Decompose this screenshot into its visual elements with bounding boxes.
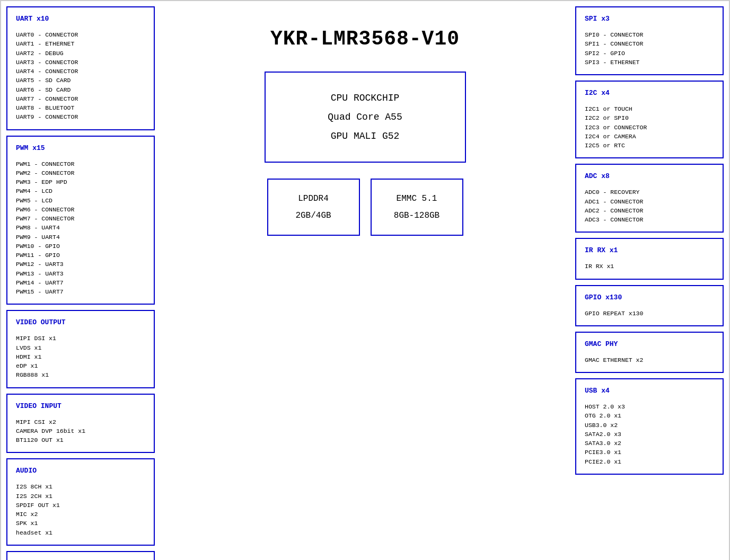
cpu-line: GPU MALI G52 [276, 127, 454, 146]
center-column: YKR-LMR3568-V10 CPU ROCKCHIPQuad Core A5… [160, 6, 570, 560]
list-item: PWM5 - LCD [16, 196, 145, 205]
list-item: SPI2 - GPIO [585, 49, 714, 58]
adc-content: ADC0 - RECOVERYADC1 - CONNECTORADC2 - CO… [582, 185, 717, 226]
memory-row: LPDDR4 2GB/4GB EMMC 5.1 8GB-128GB [267, 179, 463, 236]
list-item: PCIE3.0 x1 [585, 448, 714, 457]
list-item: SATA3.0 x2 [585, 439, 714, 448]
i2c-box: I2C x4 I2C1 or TOUCHI2C2 or SPI0I2C3 or … [575, 81, 724, 158]
list-item: PWM15 - UART7 [16, 287, 145, 296]
list-item: PCIE2.0 x1 [585, 457, 714, 466]
right-column: SPI x3 SPI0 - CONNECTORSPI1 - CONNECTORS… [575, 6, 724, 560]
list-item: PWM10 - GPIO [16, 242, 145, 251]
list-item: OTG 2.0 x1 [585, 411, 714, 420]
video-output-box: VIDEO OUTPUT MIPI DSI x1LVDS x1HDMI x1eD… [6, 310, 155, 388]
spi-content: SPI0 - CONNECTORSPI1 - CONNECTORSPI2 - G… [582, 28, 717, 69]
list-item: PWM2 - CONNECTOR [16, 168, 145, 177]
list-item: UART1 - ETHERNET [16, 39, 145, 48]
pwm-title: PWM x15 [13, 142, 148, 154]
list-item: PWM7 - CONNECTOR [16, 214, 145, 223]
list-item: HDMI x1 [16, 352, 145, 361]
list-item: eDP x1 [16, 361, 145, 370]
list-item: I2C5 or RTC [585, 141, 714, 150]
cpu-content: CPU ROCKCHIPQuad Core A55GPU MALI G52 [276, 88, 454, 146]
emmc-size: 8GB-128GB [380, 207, 454, 224]
spi-title: SPI x3 [582, 13, 717, 25]
gmac-box: GMAC PHY GMAC ETHERNET x2 [575, 332, 724, 373]
emmc-box: EMMC 5.1 8GB-128GB [371, 179, 463, 236]
ir-rx-box: IR RX x1 IR RX x1 [575, 238, 724, 279]
list-item: SPI0 - CONNECTOR [585, 30, 714, 39]
board-title: YKR-LMR3568-V10 [270, 28, 460, 50]
ir-rx-content: IR RX x1 [582, 260, 717, 273]
list-item: I2C4 or CAMERA [585, 132, 714, 141]
uart-title: UART x10 [13, 13, 148, 25]
left-column: UART x10 UART0 - CONNECTORUART1 - ETHERN… [6, 6, 155, 560]
list-item: UART6 - SD CARD [16, 85, 145, 94]
list-item: UART5 - SD CARD [16, 76, 145, 85]
lpddr4-box: LPDDR4 2GB/4GB [267, 179, 360, 236]
spi-box: SPI x3 SPI0 - CONNECTORSPI1 - CONNECTORS… [575, 6, 724, 75]
pwm-box: PWM x15 PWM1 - CONNECTORPWM2 - CONNECTOR… [6, 136, 155, 305]
usb-box: USB x4 HOST 2.0 x3OTG 2.0 x1USB3.0 x2SAT… [575, 378, 724, 475]
cpu-line: Quad Core A55 [276, 108, 454, 127]
list-item: USB3.0 x2 [585, 421, 714, 430]
list-item: I2C1 or TOUCH [585, 104, 714, 113]
list-item: LVDS x1 [16, 343, 145, 352]
list-item: ADC1 - CONNECTOR [585, 197, 714, 206]
usb-title: USB x4 [582, 385, 717, 397]
list-item: SPDIF OUT x1 [16, 501, 145, 510]
list-item: I2C2 or SPI0 [585, 113, 714, 122]
cpu-box: CPU ROCKCHIPQuad Core A55GPU MALI G52 [265, 72, 466, 163]
list-item: GPIO REPEAT x130 [585, 309, 714, 318]
uart-box: UART x10 UART0 - CONNECTORUART1 - ETHERN… [6, 6, 155, 130]
list-item: SATA2.0 x3 [585, 430, 714, 439]
gpio-content: GPIO REPEAT x130 [582, 307, 717, 320]
lpddr4-title: LPDDR4 [276, 190, 351, 207]
list-item: GMAC ETHERNET x2 [585, 355, 714, 365]
list-item: I2C3 or CONNECTOR [585, 123, 714, 132]
list-item: headset x1 [16, 528, 145, 537]
adc-box: ADC x8 ADC0 - RECOVERYADC1 - CONNECTORAD… [575, 164, 724, 233]
gpio-box: GPIO x130 GPIO REPEAT x130 [575, 285, 724, 326]
list-item: PWM8 - UART4 [16, 223, 145, 232]
pwm-content: PWM1 - CONNECTORPWM2 - CONNECTORPWM3 - E… [13, 157, 148, 299]
list-item: ADC2 - CONNECTOR [585, 206, 714, 215]
uart-content: UART0 - CONNECTORUART1 - ETHERNETUART2 -… [13, 28, 148, 124]
usb-content: HOST 2.0 x3OTG 2.0 x1USB3.0 x2SATA2.0 x3… [582, 400, 717, 468]
list-item: ADC3 - CONNECTOR [585, 215, 714, 224]
video-input-title: VIDEO INPUT [13, 400, 148, 412]
list-item: I2S 2CH x1 [16, 492, 145, 501]
list-item: CAMERA DVP 16bit x1 [16, 426, 145, 435]
video-input-box: VIDEO INPUT MIPI CSI x2CAMERA DVP 16bit … [6, 394, 155, 454]
list-item: PWM12 - UART3 [16, 260, 145, 269]
cpu-line: CPU ROCKCHIP [276, 88, 454, 108]
list-item: PWM1 - CONNECTOR [16, 159, 145, 168]
lpddr4-size: 2GB/4GB [276, 207, 351, 224]
list-item: MIPI DSI x1 [16, 334, 145, 343]
list-item: IR RX x1 [585, 262, 714, 271]
video-output-title: VIDEO OUTPUT [13, 316, 148, 328]
list-item: ADC0 - RECOVERY [585, 188, 714, 197]
list-item: UART7 - CONNECTOR [16, 94, 145, 103]
list-item: HOST 2.0 x3 [585, 402, 714, 411]
list-item: I2S 8CH x1 [16, 482, 145, 491]
video-output-content: MIPI DSI x1LVDS x1HDMI x1eDP x1RGB888 x1 [13, 332, 148, 381]
sdio-box: SDIO x3 SDIO0 - TFSDIO1 - ETHERNETSDIO2 … [6, 551, 155, 560]
list-item: SPI3 - ETHERNET [585, 58, 714, 67]
audio-box: AUDIO I2S 8CH x1I2S 2CH x1SPDIF OUT x1MI… [6, 458, 155, 546]
list-item: PWM11 - GPIO [16, 251, 145, 260]
list-item: SPI1 - CONNECTOR [585, 39, 714, 48]
list-item: UART9 - CONNECTOR [16, 112, 145, 121]
list-item: BT1120 OUT x1 [16, 435, 145, 445]
list-item: SPK x1 [16, 519, 145, 528]
list-item: PWM4 - LCD [16, 186, 145, 195]
list-item: UART2 - DEBUG [16, 49, 145, 58]
audio-title: AUDIO [13, 465, 148, 477]
i2c-title: I2C x4 [582, 87, 717, 99]
gpio-title: GPIO x130 [582, 291, 717, 304]
gmac-content: GMAC ETHERNET x2 [582, 353, 717, 367]
list-item: PWM9 - UART4 [16, 233, 145, 242]
video-input-content: MIPI CSI x2CAMERA DVP 16bit x1BT1120 OUT… [13, 415, 148, 447]
list-item: UART8 - BLUETOOT [16, 103, 145, 112]
ir-rx-title: IR RX x1 [582, 244, 717, 256]
